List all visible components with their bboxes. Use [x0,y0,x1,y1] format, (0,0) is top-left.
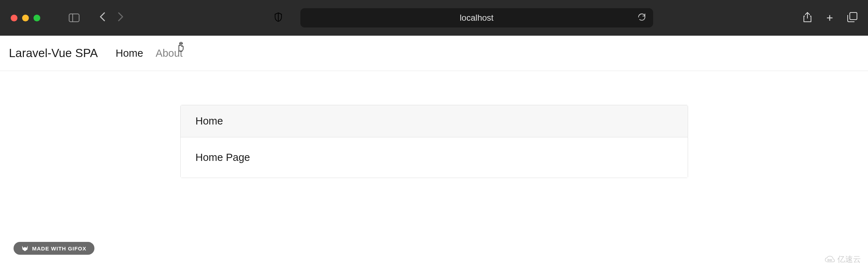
cloud-icon [825,255,835,263]
content-card: Home Home Page [180,105,688,178]
url-text: localhost [460,13,494,23]
fox-icon [21,245,29,252]
nav-link-home[interactable]: Home [115,47,143,59]
close-window-button[interactable] [11,15,17,21]
gifox-badge: MADE WITH GIFOX [14,242,94,255]
svg-point-5 [830,259,832,261]
right-controls: + [803,11,857,25]
forward-button[interactable] [117,12,124,24]
content-wrap: Home Home Page [0,71,868,178]
address-bar[interactable]: localhost [300,8,653,27]
back-button[interactable] [99,12,106,24]
new-tab-icon[interactable]: + [826,11,833,25]
svg-rect-0 [69,14,79,22]
app-navbar: Laravel-Vue SPA Home About [0,36,868,71]
share-icon[interactable] [803,12,812,24]
watermark-text: 亿速云 [837,254,861,265]
brand-title[interactable]: Laravel-Vue SPA [9,46,98,60]
privacy-shield-icon[interactable] [274,12,283,24]
svg-point-4 [828,259,829,261]
tabs-overview-icon[interactable] [847,12,857,24]
nav-link-about[interactable]: About [156,47,183,59]
card-body: Home Page [181,137,688,178]
reload-icon[interactable] [637,13,646,23]
badge-text: MADE WITH GIFOX [32,245,87,252]
svg-rect-3 [850,12,857,20]
nav-arrows [99,12,124,24]
traffic-lights [11,15,40,21]
maximize-window-button[interactable] [33,15,40,21]
watermark: 亿速云 [825,254,861,265]
nav-links: Home About [115,47,182,59]
sidebar-toggle-icon[interactable] [69,14,79,22]
card-header: Home [181,105,688,137]
browser-chrome: localhost + [0,0,868,36]
minimize-window-button[interactable] [22,15,29,21]
